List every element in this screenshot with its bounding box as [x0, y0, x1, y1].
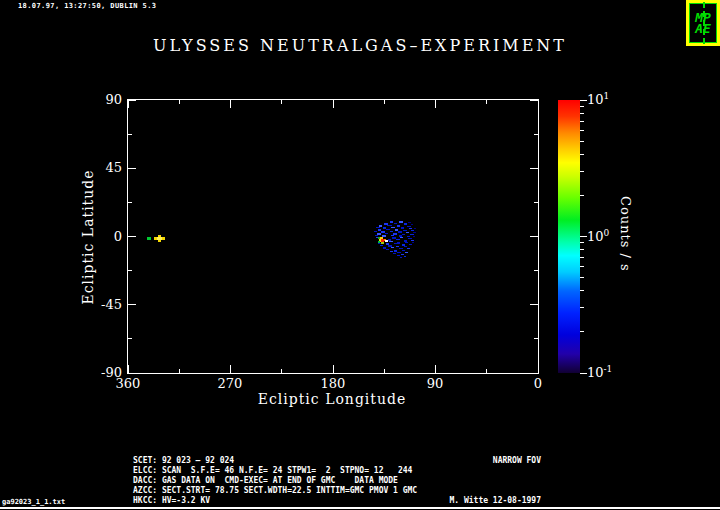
- x-tick-label: 180: [311, 376, 355, 391]
- colorbar-minor-tick: [580, 266, 584, 267]
- x-major-tick: [333, 365, 334, 373]
- colorbar-title: Counts / s: [618, 196, 633, 286]
- y-minor-tick: [128, 202, 132, 203]
- y-major-tick: [530, 100, 538, 101]
- y-minor-tick: [128, 270, 132, 271]
- colorbar-tick-label-top: 101: [587, 91, 609, 107]
- y-major-tick: [128, 373, 136, 374]
- x-axis-title: Ecliptic Longitude: [127, 391, 537, 407]
- x-major-tick: [333, 100, 334, 108]
- y-tick-label: 90: [82, 92, 122, 107]
- colorbar-minor-tick: [580, 257, 584, 258]
- colorbar-minor-tick: [580, 113, 584, 114]
- x-major-tick: [435, 365, 436, 373]
- y-major-tick: [128, 304, 136, 305]
- y-axis-title: Ecliptic Latitude: [80, 157, 96, 317]
- y-minor-tick: [534, 270, 538, 271]
- colorbar-minor-tick: [580, 331, 584, 332]
- x-tick-label: 90: [413, 376, 457, 391]
- screen: { "header": { "timestamp": "18.07.97, 13…: [0, 0, 720, 510]
- colorbar-tick-base: 10: [587, 365, 604, 380]
- x-major-tick: [128, 100, 129, 108]
- footer-line-azcc: AZCC: SECT.STRT= 78.75 SECT.WDTH=22.5 IN…: [133, 486, 541, 496]
- colorbar-tick-label-bottom: 10-1: [587, 364, 612, 380]
- y-major-tick: [530, 304, 538, 305]
- colorbar-tick-exp: -1: [604, 364, 613, 374]
- colorbar-minor-tick: [580, 106, 584, 107]
- x-minor-tick: [179, 100, 180, 104]
- colorbar-minor-tick: [580, 141, 584, 142]
- y-minor-tick: [128, 134, 132, 135]
- x-major-tick: [230, 365, 231, 373]
- y-minor-tick: [534, 202, 538, 203]
- y-major-tick: [128, 168, 136, 169]
- x-minor-tick: [281, 369, 282, 373]
- footer-line-elcc: ELCC: SCAN S.F.E= 46 N.F.E= 24 STPW1= 2 …: [133, 466, 541, 476]
- colorbar-minor-tick: [580, 277, 584, 278]
- x-minor-tick: [281, 100, 282, 104]
- plot-area: 360 270 180 90 0 90 45 0 -45 -90: [127, 99, 539, 374]
- timestamp-header: 18.07.97, 13:27:50, DUBLIN 5.3: [18, 2, 156, 10]
- y-major-tick: [128, 236, 136, 237]
- footer-line-dacc: DACC: GAS DATA ON CMD-EXEC= AT END OF GM…: [133, 476, 541, 486]
- footer-elcc: ELCC: SCAN S.F.E= 46 N.F.E= 24 STPW1= 2 …: [133, 466, 412, 476]
- footer-line-hkcc: HKCC: HV=-3.2 KV M. Witte 12-08-1997: [133, 496, 541, 506]
- footer-line-scet: SCET: 92 023 – 92 024 NARROW FOV: [133, 456, 541, 466]
- colorbar-tick-base: 10: [587, 229, 604, 244]
- colorbar-major-tick: [580, 100, 587, 101]
- footer-scet: SCET: 92 023 – 92 024: [133, 456, 234, 466]
- x-tick-label: 270: [208, 376, 252, 391]
- telemetry-footer: SCET: 92 023 – 92 024 NARROW FOV ELCC: S…: [133, 456, 541, 506]
- page-title: ULYSSES NEUTRALGAS–EXPERIMENT: [0, 36, 720, 55]
- colorbar-minor-tick: [580, 242, 584, 243]
- colorbar-tick-label-mid: 100: [587, 228, 609, 244]
- colorbar-minor-tick: [580, 154, 584, 155]
- ulysses-gas-plot-window: 18.07.97, 13:27:50, DUBLIN 5.3 MP AE ULY…: [0, 0, 720, 510]
- footer-author-date: M. Witte 12-08-1997: [449, 496, 541, 506]
- colorbar-minor-tick: [580, 130, 584, 131]
- colorbar-tick-exp: 0: [604, 228, 610, 238]
- colorbar: [558, 100, 580, 373]
- x-major-tick: [435, 100, 436, 108]
- y-minor-tick: [534, 134, 538, 135]
- y-major-tick: [128, 100, 136, 101]
- footer-dacc: DACC: GAS DATA ON CMD-EXEC= AT END OF GM…: [133, 476, 398, 486]
- corner-filename: ga92023_1_1.txt: [2, 498, 65, 506]
- x-minor-tick: [179, 369, 180, 373]
- x-major-tick: [538, 100, 539, 108]
- x-minor-tick: [384, 369, 385, 373]
- x-major-tick: [230, 100, 231, 108]
- colorbar-minor-tick: [580, 121, 584, 122]
- mpae-logo-line2: AE: [695, 23, 711, 34]
- x-minor-tick: [486, 100, 487, 104]
- y-minor-tick: [534, 338, 538, 339]
- footer-hkcc: HKCC: HV=-3.2 KV: [133, 496, 210, 506]
- colorbar-minor-tick: [580, 171, 584, 172]
- colorbar-tick-base: 10: [587, 92, 604, 107]
- bottom-border-line: [0, 507, 720, 509]
- colorbar-major-tick: [580, 373, 587, 374]
- y-tick-label: -90: [82, 365, 122, 380]
- colorbar-minor-tick: [580, 195, 584, 196]
- colorbar-major-tick: [580, 236, 587, 237]
- colorbar-minor-tick: [580, 249, 584, 250]
- y-major-tick: [530, 236, 538, 237]
- colorbar-tick-exp: 1: [604, 91, 610, 101]
- x-minor-tick: [486, 369, 487, 373]
- y-major-tick: [530, 168, 538, 169]
- footer-azcc: AZCC: SECT.STRT= 78.75 SECT.WDTH=22.5 IN…: [133, 486, 417, 496]
- colorbar-minor-tick: [580, 307, 584, 308]
- x-tick-label: 0: [516, 376, 560, 391]
- y-minor-tick: [128, 338, 132, 339]
- y-major-tick: [530, 373, 538, 374]
- colorbar-minor-tick: [580, 290, 584, 291]
- x-minor-tick: [384, 100, 385, 104]
- footer-fov: NARROW FOV: [493, 456, 541, 466]
